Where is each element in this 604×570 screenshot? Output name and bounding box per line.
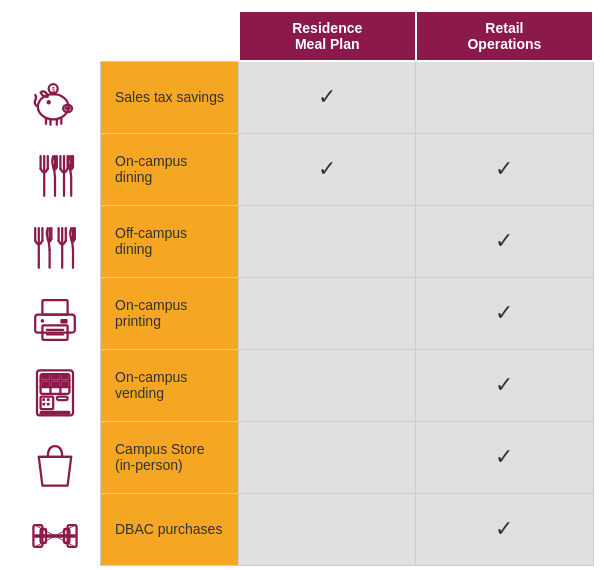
table-row: On-campus vending✓ — [101, 349, 594, 421]
table-row: On-campus printing✓ — [101, 277, 594, 349]
svg-rect-61 — [41, 412, 70, 414]
retail-check-cell: ✓ — [416, 277, 593, 349]
feature-label: On-campus vending — [101, 349, 239, 421]
shopping-bag-icon — [10, 428, 100, 500]
empty-header-cell — [101, 11, 239, 61]
residence-check-cell — [239, 205, 416, 277]
residence-meal-plan-header: Residence Meal Plan — [239, 11, 416, 61]
utensils-icon — [10, 140, 100, 212]
feature-label: DBAC purchases — [101, 493, 239, 565]
retail-check-cell: ✓ — [416, 421, 593, 493]
svg-point-3 — [68, 107, 69, 108]
svg-rect-50 — [51, 375, 59, 380]
svg-rect-36 — [42, 300, 67, 314]
dumbbell-icon — [10, 500, 100, 570]
svg-point-2 — [66, 107, 67, 108]
retail-check-cell: ✓ — [416, 205, 593, 277]
svg-rect-57 — [47, 398, 50, 401]
table-row: DBAC purchases✓ — [101, 493, 594, 565]
table-row: Campus Store (in-person)✓ — [101, 421, 594, 493]
residence-check-cell — [239, 493, 416, 565]
retail-check-cell: ✓ — [416, 349, 593, 421]
svg-rect-60 — [57, 397, 68, 401]
icons-column: $ — [10, 10, 100, 570]
feature-label: Campus Store (in-person) — [101, 421, 239, 493]
piggy-bank-icon: $ — [10, 68, 100, 140]
svg-rect-41 — [60, 319, 67, 324]
table-row: Sales tax savings✓ — [101, 61, 594, 133]
main-container: $ — [0, 0, 604, 570]
feature-label: On-campus printing — [101, 277, 239, 349]
residence-check-cell — [239, 349, 416, 421]
printer-icon — [10, 284, 100, 356]
svg-point-4 — [48, 101, 50, 103]
svg-rect-56 — [42, 398, 45, 401]
retail-check-cell: ✓ — [416, 133, 593, 205]
svg-rect-53 — [51, 382, 59, 387]
retail-check-cell — [416, 61, 593, 133]
svg-rect-55 — [41, 397, 54, 410]
residence-check-cell: ✓ — [239, 133, 416, 205]
residence-check-cell: ✓ — [239, 61, 416, 133]
residence-check-cell — [239, 421, 416, 493]
svg-text:$: $ — [51, 86, 55, 93]
svg-rect-49 — [42, 375, 50, 380]
utensils-alt-icon — [10, 212, 100, 284]
residence-check-cell — [239, 277, 416, 349]
svg-rect-51 — [61, 375, 68, 380]
table-row: On-campus dining✓✓ — [101, 133, 594, 205]
vending-machine-icon — [10, 356, 100, 428]
feature-label: Off-campus dining — [101, 205, 239, 277]
svg-point-42 — [41, 319, 45, 323]
svg-rect-52 — [42, 382, 50, 387]
svg-rect-58 — [42, 403, 45, 406]
svg-rect-54 — [61, 382, 68, 387]
feature-label: On-campus dining — [101, 133, 239, 205]
comparison-table: Residence Meal Plan Retail Operations Sa… — [100, 10, 594, 570]
feature-label: Sales tax savings — [101, 61, 239, 133]
svg-rect-59 — [47, 403, 50, 406]
table-row: Off-campus dining✓ — [101, 205, 594, 277]
retail-operations-header: Retail Operations — [416, 11, 593, 61]
retail-check-cell: ✓ — [416, 493, 593, 565]
